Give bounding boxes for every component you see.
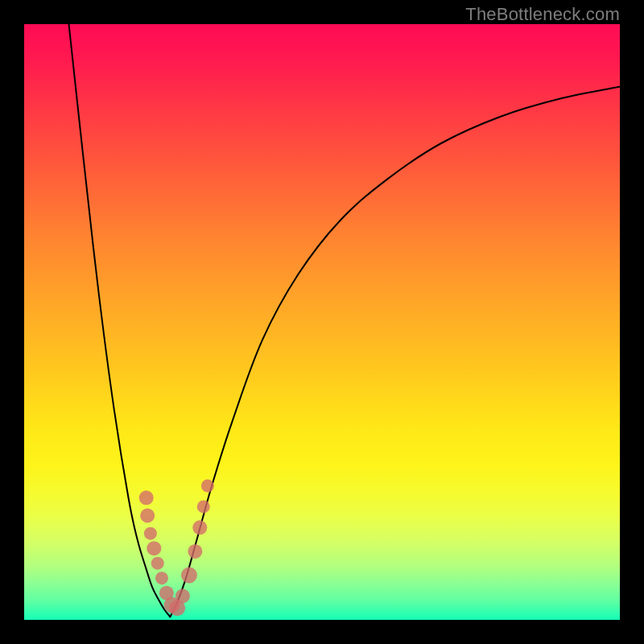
sample-dot xyxy=(192,520,207,535)
sample-dot xyxy=(147,541,161,555)
sample-dot xyxy=(197,500,210,513)
sample-dot xyxy=(144,527,157,540)
sample-dot xyxy=(139,490,154,505)
sample-dot xyxy=(140,509,155,523)
sample-dot xyxy=(201,480,214,493)
watermark-text: TheBottleneck.com xyxy=(465,4,620,25)
chart-frame: TheBottleneck.com xyxy=(0,0,644,644)
sample-dot xyxy=(155,572,168,584)
sample-dot xyxy=(188,544,202,559)
curve-right-branch xyxy=(170,87,620,617)
curve-layer xyxy=(24,24,620,620)
sample-dots xyxy=(139,480,214,617)
sample-dot xyxy=(181,568,197,584)
curve-left-branch xyxy=(69,24,171,617)
plot-area xyxy=(24,24,620,620)
sample-dot xyxy=(151,557,164,570)
sample-dot xyxy=(175,588,190,603)
